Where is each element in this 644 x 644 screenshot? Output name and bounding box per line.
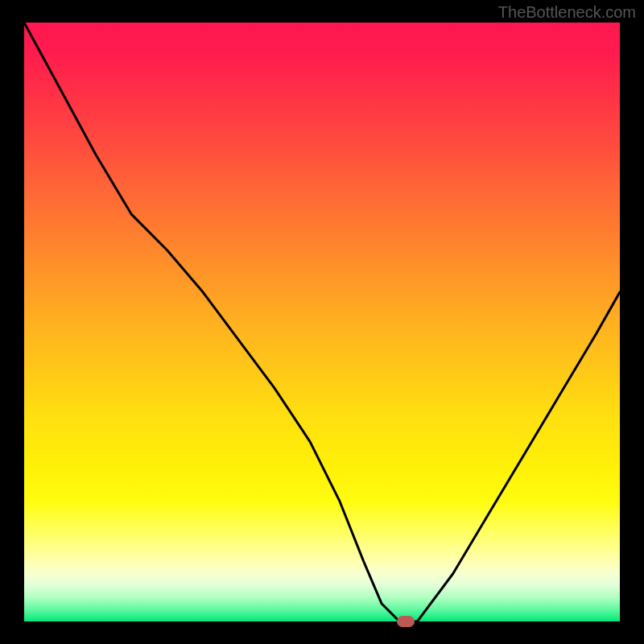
optimal-point-marker [397, 616, 415, 627]
chart-curve-svg [24, 23, 620, 621]
bottleneck-curve-path [24, 23, 620, 621]
chart-plot-area [24, 23, 620, 621]
watermark-text: TheBottleneck.com [498, 3, 636, 22]
